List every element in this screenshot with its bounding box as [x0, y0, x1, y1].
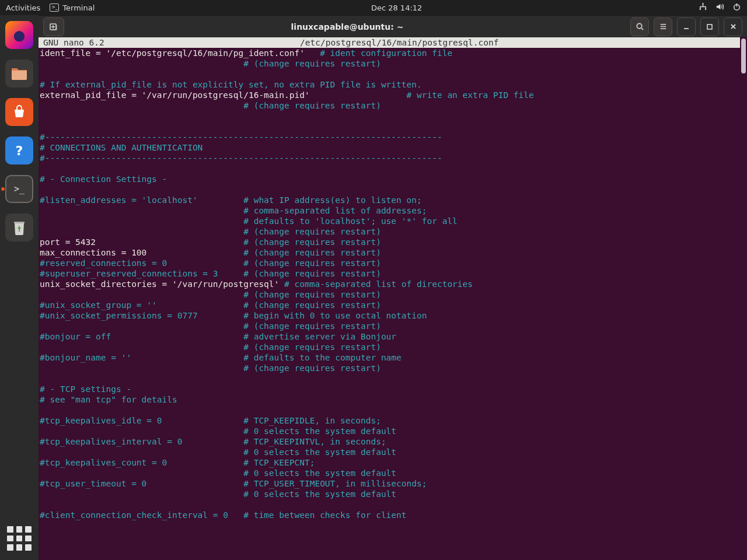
nano-shortcuts: ^G Help ^O Write Out ^W Where Is ^K Cut … — [39, 539, 747, 560]
nano-filename: /etc/postgresql/16/main/postgresql.conf — [300, 37, 742, 48]
trash-icon[interactable] — [5, 214, 33, 242]
software-store-icon[interactable] — [5, 98, 33, 126]
topbar-app-label: Terminal — [62, 4, 95, 12]
power-icon[interactable] — [732, 2, 741, 13]
terminal-icon: >_ — [50, 4, 59, 12]
firefox-icon[interactable] — [5, 21, 33, 49]
scrollbar[interactable] — [740, 37, 747, 560]
svg-rect-7 — [707, 24, 712, 29]
maximize-button[interactable] — [700, 18, 719, 36]
launcher-dock: ? >_ — [0, 15, 39, 560]
search-button[interactable] — [630, 18, 649, 36]
minimize-button[interactable] — [677, 18, 696, 36]
hamburger-menu-button[interactable] — [654, 18, 672, 36]
network-icon[interactable] — [699, 2, 707, 13]
svg-rect-4 — [14, 222, 25, 223]
nano-version: GNU nano 6.2 — [43, 37, 300, 48]
topbar-datetime[interactable]: Dec 28 14:12 — [371, 4, 422, 12]
svg-point-6 — [637, 23, 641, 28]
topbar-app[interactable]: >_ Terminal — [50, 4, 95, 12]
new-tab-button[interactable] — [43, 18, 64, 36]
nano-header: GNU nano 6.2 /etc/postgresql/16/main/pos… — [39, 37, 747, 48]
terminal-app-icon[interactable]: >_ — [5, 175, 33, 203]
close-button[interactable] — [724, 18, 742, 36]
volume-icon[interactable] — [715, 2, 724, 13]
scrollbar-thumb[interactable] — [741, 38, 746, 74]
help-icon[interactable]: ? — [5, 136, 33, 164]
activities-button[interactable]: Activities — [6, 4, 40, 12]
terminal-pane[interactable]: GNU nano 6.2 /etc/postgresql/16/main/pos… — [39, 37, 747, 560]
files-icon[interactable] — [5, 60, 33, 88]
show-applications-icon[interactable] — [7, 526, 32, 551]
editor-content[interactable]: ident_file = '/etc/postgresql/16/main/pg… — [39, 48, 747, 520]
top-panel: Activities >_ Terminal Dec 28 14:12 — [0, 0, 747, 15]
svg-rect-1 — [700, 8, 701, 10]
svg-rect-2 — [705, 8, 706, 10]
svg-rect-0 — [703, 3, 704, 5]
window-title: linuxcapable@ubuntu: ~ — [64, 22, 630, 32]
window-titlebar: linuxcapable@ubuntu: ~ — [39, 15, 747, 37]
